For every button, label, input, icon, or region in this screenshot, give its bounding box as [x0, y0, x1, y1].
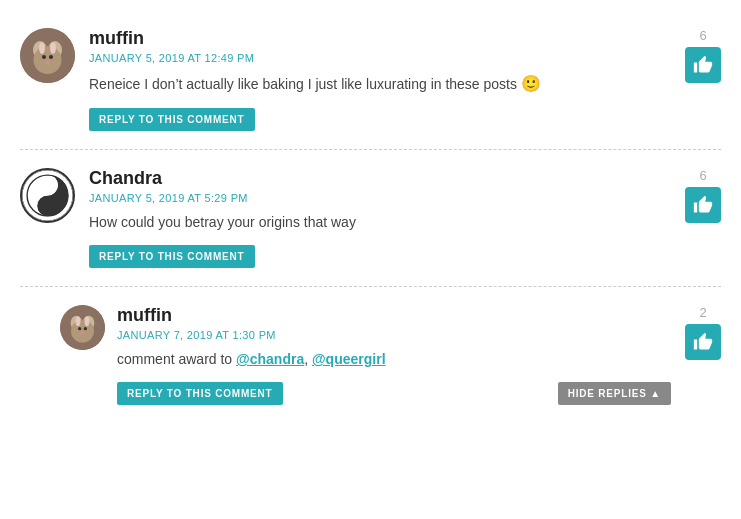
svg-point-18	[85, 316, 90, 326]
svg-point-8	[45, 60, 51, 64]
reply-button-3[interactable]: REPLY TO THIS COMMENT	[117, 382, 283, 405]
avatar-chandra	[20, 168, 75, 223]
thumbs-up-icon-2	[693, 195, 713, 215]
like-button-3[interactable]	[685, 324, 721, 360]
comment-date-2: JANUARY 5, 2019 AT 5:29 PM	[89, 192, 671, 204]
comment-block-2: Chandra JANUARY 5, 2019 AT 5:29 PM How c…	[20, 150, 721, 287]
comment-author-3: muffin	[117, 305, 671, 326]
like-area-3: 2	[685, 305, 721, 360]
avatar-muffin-1	[20, 28, 75, 83]
comment-date-1: JANUARY 5, 2019 AT 12:49 PM	[89, 52, 671, 64]
comment-body-2: Chandra JANUARY 5, 2019 AT 5:29 PM How c…	[89, 168, 671, 268]
comment-text-content-1: Reneice I don’t actually like baking I j…	[89, 76, 517, 92]
svg-point-17	[76, 316, 81, 326]
like-count-1: 6	[699, 28, 706, 43]
comment-author-1: muffin	[89, 28, 671, 49]
like-button-2[interactable]	[685, 187, 721, 223]
comment-block-3: muffin JANUARY 7, 2019 AT 1:30 PM commen…	[60, 287, 721, 423]
like-button-1[interactable]	[685, 47, 721, 83]
svg-point-7	[49, 55, 53, 59]
comment-text-separator-3: ,	[304, 351, 312, 367]
thumbs-up-icon-1	[693, 55, 713, 75]
comment-block-1: muffin JANUARY 5, 2019 AT 12:49 PM Renei…	[20, 10, 721, 150]
comment-text-prefix-3: comment award to	[117, 351, 236, 367]
comment-author-2: Chandra	[89, 168, 671, 189]
like-area-2: 6	[685, 168, 721, 223]
svg-point-10	[44, 181, 51, 188]
avatar-muffin-3	[60, 305, 105, 350]
reply-button-1[interactable]: REPLY TO THIS COMMENT	[89, 108, 255, 131]
comment-emoji-1: 🙂	[521, 75, 541, 92]
like-area-1: 6	[685, 28, 721, 83]
svg-point-20	[84, 327, 87, 330]
hide-replies-button-3[interactable]: HIDE REPLIES ▲	[558, 382, 671, 405]
comment-body-1: muffin JANUARY 5, 2019 AT 12:49 PM Renei…	[89, 28, 671, 131]
comment-body-3: muffin JANUARY 7, 2019 AT 1:30 PM commen…	[117, 305, 671, 405]
comment-text-3: comment award to @chandra, @queergirl	[117, 349, 671, 370]
svg-point-19	[78, 327, 81, 330]
svg-point-6	[42, 55, 46, 59]
mention-queergirl: @queergirl	[312, 351, 386, 367]
svg-point-21	[80, 331, 85, 334]
mention-chandra: @chandra	[236, 351, 304, 367]
comment-text-2: How could you betray your origins that w…	[89, 212, 671, 233]
thumbs-up-icon-3	[693, 332, 713, 352]
svg-point-5	[50, 42, 56, 54]
svg-point-4	[39, 42, 45, 54]
comment-date-3: JANUARY 7, 2019 AT 1:30 PM	[117, 329, 671, 341]
reply-button-2[interactable]: REPLY TO THIS COMMENT	[89, 245, 255, 268]
bottom-actions-3: REPLY TO THIS COMMENT HIDE REPLIES ▲	[117, 382, 671, 405]
comment-text-1: Reneice I don’t actually like baking I j…	[89, 72, 671, 96]
like-count-3: 2	[699, 305, 706, 320]
comments-container: muffin JANUARY 5, 2019 AT 12:49 PM Renei…	[0, 0, 741, 433]
svg-point-11	[44, 202, 51, 209]
like-count-2: 6	[699, 168, 706, 183]
